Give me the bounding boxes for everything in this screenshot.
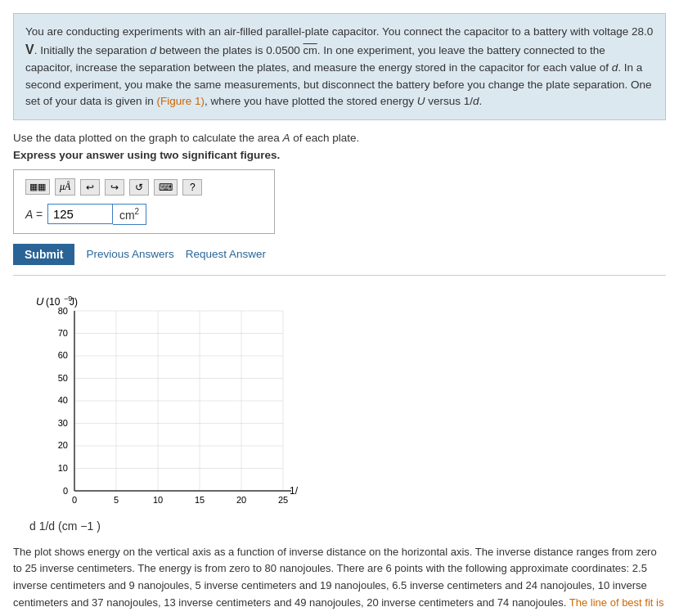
answer-label: A = (25, 208, 43, 221)
mu-button[interactable]: μÅ (55, 178, 75, 196)
matrix-button[interactable]: ▦▦ (25, 179, 50, 195)
x-axis-paren: ) (97, 519, 101, 533)
reset-button[interactable]: ↺ (129, 179, 149, 196)
y-tick-60: 60 (58, 350, 68, 360)
y-tick-0: 0 (63, 486, 68, 496)
y-axis-unit2: J) (70, 296, 78, 308)
y-tick-80: 80 (58, 306, 68, 316)
alt-text: The plot shows energy on the vertical ax… (13, 544, 666, 616)
answer-box: ▦▦ μÅ ↩ ↪ ↺ ⌨ ? A = cm2 (13, 169, 275, 234)
keyboard-icon: ⌨ (159, 182, 173, 193)
voltage-value: V (25, 43, 34, 56)
question-line2: Express your answer using two significan… (13, 149, 666, 161)
mu-icon: μÅ (60, 181, 70, 193)
chart-svg: U (10 −9 J) 0 10 20 30 40 50 60 70 (29, 290, 340, 519)
y-axis-label: U (36, 295, 44, 308)
help-icon: ? (190, 182, 196, 193)
undo-icon: ↩ (86, 182, 94, 193)
undo-button[interactable]: ↩ (80, 179, 100, 196)
x-axis-exp: −1 (80, 519, 93, 533)
x-tick-5: 5 (114, 495, 119, 505)
action-row: Submit Previous Answers Request Answer (13, 244, 666, 276)
answer-input[interactable] (47, 204, 113, 224)
unit-label: cm2 (113, 204, 146, 225)
y-tick-30: 30 (58, 418, 68, 428)
x-tick-10: 10 (153, 495, 163, 505)
x-tick-20: 20 (236, 495, 246, 505)
x-tick-0: 0 (72, 495, 77, 505)
reset-icon: ↺ (135, 182, 143, 193)
x-tick-15: 15 (195, 495, 205, 505)
y-tick-70: 70 (58, 328, 68, 338)
unit-exp: 2 (135, 207, 140, 216)
request-answer-link[interactable]: Request Answer (186, 248, 266, 260)
chart-container: U (10 −9 J) 0 10 20 30 40 50 60 70 (13, 290, 666, 533)
toolbar: ▦▦ μÅ ↩ ↪ ↺ ⌨ ? (25, 178, 263, 196)
help-button[interactable]: ? (182, 179, 202, 196)
x-axis-label-full: 1/d (cm (39, 519, 78, 533)
keyboard-button[interactable]: ⌨ (154, 179, 178, 196)
alt-text-line1: The plot shows energy on the vertical ax… (13, 546, 657, 609)
problem-box: You are conducting experiments with an a… (13, 13, 666, 120)
y-tick-10: 10 (58, 463, 68, 473)
question-line1: Use the data plotted on the graph to cal… (13, 132, 666, 144)
redo-button[interactable]: ↪ (105, 179, 124, 196)
y-tick-40: 40 (58, 395, 68, 405)
x-tick-25: 25 (278, 495, 288, 505)
y-tick-50: 50 (58, 373, 68, 383)
redo-icon: ↪ (110, 182, 119, 193)
figure-link[interactable]: (Figure 1) (157, 95, 205, 107)
input-row: A = cm2 (25, 204, 263, 225)
submit-button[interactable]: Submit (13, 244, 74, 265)
x-axis-label: 1/ (290, 485, 299, 497)
previous-answers-link[interactable]: Previous Answers (86, 248, 173, 260)
matrix-icon: ▦▦ (29, 182, 46, 192)
y-tick-20: 20 (58, 440, 68, 450)
